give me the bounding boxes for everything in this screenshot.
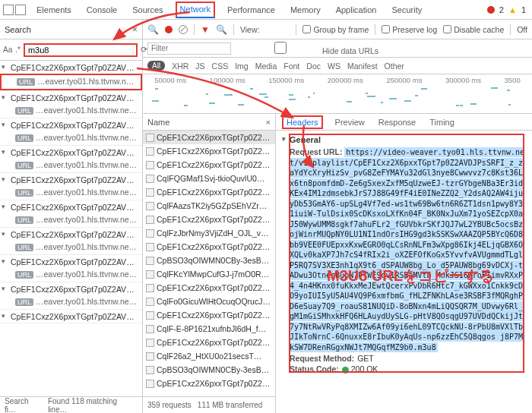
tab-security[interactable]: Security: [388, 2, 425, 18]
search-result[interactable]: CpEF1Cxz2X6pxxTGpt7p0Z2AVDJP…URL…eaver.t…: [0, 118, 142, 146]
request-item[interactable]: CqlFKcYlMwpCufGJ-j7mO0RYS…: [143, 267, 275, 281]
tab-sources[interactable]: Sources: [129, 2, 166, 18]
search-input[interactable]: [24, 43, 138, 57]
type-manifest[interactable]: Manifest: [347, 61, 378, 71]
request-item[interactable]: CqlF-E-8P1621xufnbJl6dH_f…: [143, 322, 275, 336]
request-list[interactable]: CpEF1Cxz2X6pxxTGpt7p0Z2…CpEF1Cxz2X6pxxTG…: [143, 131, 275, 396]
tab-elements[interactable]: Elements: [33, 2, 74, 18]
search-result[interactable]: CpEF1Cxz2X6pxxTGpt7p0Z2AVDJP…URL…eaver.t…: [0, 61, 142, 91]
request-item[interactable]: CpBSO3qOIWMN0CBy-3esBf9…: [143, 363, 275, 377]
general-section[interactable]: General: [282, 135, 526, 144]
request-item[interactable]: CpEF1Cxz2X6pxxTGpt7p0Z2…: [143, 377, 275, 390]
type-css[interactable]: CSS: [212, 61, 229, 71]
request-item[interactable]: CpEF1Cxz2X6pxxTGpt7p0Z2…: [143, 144, 275, 158]
timeline-bars: [147, 87, 527, 110]
request-item[interactable]: CpEF1Cxz2X6pxxTGpt7p0Z2…: [143, 336, 275, 349]
view-label: View:: [240, 25, 260, 34]
search-result[interactable]: CpEF1Cxz2X6pxxTGpt7p0Z2AVDJP…URL…eaver.t…: [0, 91, 142, 118]
filter-icon[interactable]: ▼: [201, 24, 210, 35]
request-method-key: Request Method:: [290, 354, 354, 363]
request-item[interactable]: CqIFQGMaf1Svj-tkioQuvlU0…: [143, 172, 275, 185]
request-split: Name × CpEF1Cxz2X6pxxTGpt7p0Z2…CpEF1Cxz2…: [143, 114, 532, 413]
view-small-icon[interactable]: [280, 25, 290, 34]
group-by-frame[interactable]: Group by frame: [302, 25, 369, 34]
type-doc[interactable]: Doc: [306, 61, 321, 71]
detail-tab-timing[interactable]: Timing: [428, 115, 456, 129]
type-font[interactable]: Font: [283, 61, 299, 71]
type-ws[interactable]: WS: [328, 61, 340, 71]
tab-console[interactable]: Console: [84, 2, 120, 18]
request-item[interactable]: CpEF1Cxz2X6pxxTGpt7p0Z2…: [143, 213, 275, 226]
search-result[interactable]: CpEF1Cxz2X6pxxTGpt7p0Z2AVDJP…URL…eaver.t…: [0, 173, 142, 200]
detail-tab-headers[interactable]: Headers: [282, 115, 323, 129]
search-result[interactable]: CpEF1Cxz2X6pxxTGpt7p0Z2AVDJP…URL…eaver.t…: [0, 255, 142, 282]
filter-input[interactable]: [147, 43, 231, 55]
request-url-value[interactable]: https://video-weaver.tyo01.hls.ttvnw.net…: [290, 147, 524, 352]
request-item[interactable]: CpEF1Cxz2X6pxxTGpt7p0Z2…: [143, 131, 275, 144]
timeline[interactable]: 50000 ms100000 ms150000 ms200000 ms25000…: [143, 74, 532, 114]
disable-cache[interactable]: Disable cache: [443, 25, 504, 34]
detail-tab-preview[interactable]: Preview: [334, 115, 366, 129]
transfer-size: 111 MB transferred: [198, 401, 263, 409]
search-icon[interactable]: 🔍: [147, 24, 159, 35]
error-icon[interactable]: [487, 6, 495, 14]
request-method-value: GET: [357, 354, 374, 363]
inspect-icon[interactable]: [3, 5, 14, 15]
error-count: 2: [499, 5, 504, 14]
name-header-label: Name: [147, 118, 169, 127]
tab-application[interactable]: Application: [333, 2, 380, 18]
type-all[interactable]: All: [147, 61, 165, 71]
detail-pane: HeadersPreviewResponseTiming General Req…: [276, 114, 532, 413]
type-js[interactable]: JS: [195, 61, 204, 71]
request-item[interactable]: CqlFAazsTK2iy5GZpSEhVZrc…: [143, 199, 275, 213]
request-url-key: Request URL:: [290, 147, 342, 156]
search-icon-2[interactable]: 🔍: [216, 24, 227, 35]
close-icon[interactable]: ×: [131, 24, 138, 35]
request-item[interactable]: CpEF1Cxz2X6pxxTGpt7p0Z2…: [143, 308, 275, 322]
request-item[interactable]: CqlF26a2_HtXU0o21secsT…: [143, 349, 275, 363]
tab-network[interactable]: Network: [176, 2, 215, 18]
search-filter-row: Aa .* ⟳ ⊘: [0, 39, 142, 61]
name-header: Name ×: [143, 114, 275, 131]
regex-toggle[interactable]: .*: [15, 46, 21, 54]
tab-performance[interactable]: Performance: [224, 2, 278, 18]
status-code-key: Status Code:: [290, 364, 339, 374]
search-title: Search: [5, 25, 31, 34]
request-item[interactable]: CpEF1Cxz2X6pxxTGpt7p0Z2…: [143, 185, 275, 199]
warning-icon[interactable]: ▲: [508, 5, 517, 14]
type-xhr[interactable]: XHR: [172, 61, 188, 71]
status-dot-icon: [342, 367, 349, 374]
panel-tabs: ElementsConsoleSourcesNetworkPerformance…: [33, 2, 486, 18]
request-item[interactable]: CpEF1Cxz2X6pxxTGpt7p0Z2…: [143, 240, 275, 254]
network-toolbar: 🔍 ▼ 🔍 View: Group by frame Preserve log …: [143, 20, 532, 39]
detail-tabs: HeadersPreviewResponseTiming: [276, 114, 532, 131]
preserve-log[interactable]: Preserve log: [382, 25, 437, 34]
view-large-icon[interactable]: [265, 25, 274, 34]
request-item[interactable]: CpBSO3qOIWMN0CBy-3esBf9…: [143, 254, 275, 267]
search-results: CpEF1Cxz2X6pxxTGpt7p0Z2AVDJP…URL…eaver.t…: [0, 61, 142, 396]
detail-tab-response[interactable]: Response: [377, 115, 418, 129]
request-item[interactable]: CqlFzJbrNmy3VjiZdH_OJL_v…: [143, 226, 275, 240]
tab-memory[interactable]: Memory: [287, 2, 324, 18]
close-detail-icon[interactable]: ×: [266, 118, 271, 127]
device-icon[interactable]: [15, 5, 26, 15]
type-media[interactable]: Media: [255, 61, 277, 71]
request-item[interactable]: CqlFo0GicuWlHtOcuqOQrucJ…: [143, 295, 275, 308]
clear-icon[interactable]: [179, 25, 188, 34]
case-toggle[interactable]: Aa: [3, 46, 12, 54]
record-icon[interactable]: [165, 26, 173, 33]
search-result[interactable]: CpEF1Cxz2X6pxxTGpt7p0Z2AVDJP…URL…eaver.t…: [0, 282, 142, 310]
type-img[interactable]: Img: [235, 61, 249, 71]
search-result[interactable]: CpEF1Cxz2X6pxxTGpt7p0Z2AVDJP…URL…eaver.t…: [0, 146, 142, 173]
timeline-ticks: 50000 ms100000 ms150000 ms200000 ms25000…: [143, 76, 532, 84]
throttle-off[interactable]: Off: [517, 25, 527, 34]
hide-data-urls[interactable]: Hide data URLs: [239, 42, 378, 55]
search-result[interactable]: CpEF1Cxz2X6pxxTGpt7p0Z2AVDJP…URL…eaver.t…: [0, 200, 142, 228]
search-result[interactable]: CpEF1Cxz2X6pxxTGpt7p0Z2AVDJP…URL…eaver.t…: [0, 228, 142, 255]
search-result[interactable]: CpEF1Cxz2X6pxxTGpt7p0Z2AVDJP…: [0, 310, 142, 323]
search-pane: Search × Aa .* ⟳ ⊘ CpEF1Cxz2X6pxxTGpt7p0…: [0, 20, 143, 413]
request-item[interactable]: CpEF1Cxz2X6pxxTGpt7p0Z2…: [143, 281, 275, 295]
search-footer: Search fi… Found 118 matching line…: [0, 396, 142, 413]
request-item[interactable]: CpEF1Cxz2X6pxxTGpt7p0Z2…: [143, 158, 275, 172]
type-other[interactable]: Other: [385, 61, 404, 71]
